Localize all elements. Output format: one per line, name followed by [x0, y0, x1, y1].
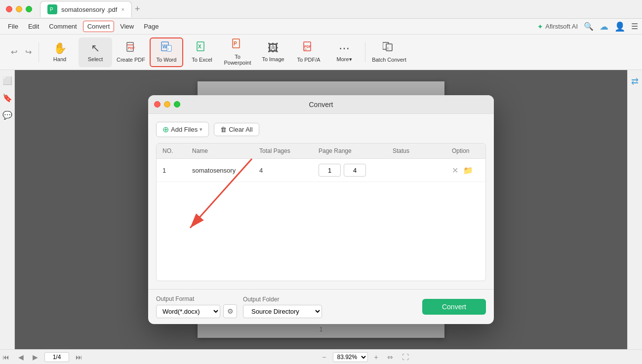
right-sidebar: ⇄ — [627, 70, 642, 349]
user-icon[interactable]: 👤 — [614, 21, 625, 32]
toolbar-separator — [39, 42, 39, 62]
tab-close-icon[interactable]: × — [121, 6, 124, 12]
menu-convert[interactable]: Convert — [83, 21, 115, 32]
dialog-traffic-lights — [154, 101, 180, 108]
to-powerpoint-label: To Powerpoint — [221, 54, 254, 66]
format-select[interactable]: Word(*.docx) Word(*.doc) RTF TXT — [156, 305, 220, 318]
page-range-inputs — [319, 164, 381, 177]
col-name: Name — [186, 144, 253, 158]
menu-comment[interactable]: Comment — [45, 21, 80, 32]
gear-icon: ⚙ — [227, 307, 234, 315]
format-settings-button[interactable]: ⚙ — [223, 304, 237, 318]
menu-view[interactable]: View — [116, 21, 138, 32]
dialog-footer: Output Format Word(*.docx) Word(*.doc) R… — [148, 289, 494, 324]
batch-convert-button[interactable]: ≡ Batch Convert — [369, 37, 409, 67]
minimize-button[interactable] — [16, 6, 22, 12]
to-excel-icon: X — [197, 41, 207, 55]
menu-file[interactable]: File — [4, 21, 22, 32]
to-powerpoint-icon: P — [232, 38, 243, 52]
select-label: Select — [88, 56, 103, 62]
add-files-button[interactable]: ⊕ Add Files ▾ — [156, 122, 209, 137]
fit-page-button[interactable]: ⛶ — [400, 352, 411, 362]
folder-row-icon[interactable]: 📁 — [463, 166, 473, 175]
table-header: NO. Name Total Pages Page Range Status O… — [157, 144, 485, 159]
to-image-button[interactable]: 🖼 To Image — [256, 37, 290, 67]
format-row: Word(*.docx) Word(*.doc) RTF TXT ⚙ — [156, 304, 237, 318]
to-powerpoint-button[interactable]: P To Powerpoint — [221, 37, 254, 67]
more-label: More▾ — [336, 56, 352, 63]
clear-all-button[interactable]: 🗑 Clear All — [214, 123, 259, 136]
convert-table: NO. Name Total Pages Page Range Status O… — [156, 143, 486, 281]
first-page-button[interactable]: ⏮ — [0, 352, 12, 362]
sidebar-translate-icon[interactable]: ⇄ — [631, 76, 639, 87]
convert-dialog: Convert ⊕ Add Files ▾ 🗑 Clear All — [148, 95, 494, 324]
create-pdf-button[interactable]: PDF Create PDF — [114, 37, 148, 67]
to-excel-label: To Excel — [192, 57, 212, 63]
zoom-select[interactable]: 83.92% 50% 75% 100% 125% 150% — [333, 352, 368, 362]
create-pdf-icon: PDF — [125, 42, 136, 55]
to-image-icon: 🖼 — [268, 42, 279, 55]
ai-label: Afirstsoft AI — [545, 23, 578, 30]
table-row: 1 somatosensory 4 — [157, 159, 485, 182]
svg-text:P: P — [50, 7, 53, 12]
dialog-toolbar: ⊕ Add Files ▾ 🗑 Clear All — [156, 122, 486, 137]
output-format-section: Output Format Word(*.docx) Word(*.doc) R… — [156, 295, 237, 318]
to-pdfa-label: To PDF/A — [297, 57, 320, 63]
cloud-icon[interactable]: ☁ — [600, 21, 608, 32]
active-tab[interactable]: P somatosensory .pdf × — [40, 1, 132, 17]
zoom-in-button[interactable]: + — [372, 352, 381, 362]
to-excel-button[interactable]: X To Excel — [185, 37, 219, 67]
svg-text:/A: /A — [304, 48, 307, 51]
sidebar-comment-icon[interactable]: 💬 — [2, 110, 12, 120]
last-page-button[interactable]: ⏭ — [73, 352, 85, 362]
dialog-close-button[interactable] — [154, 101, 160, 108]
hand-label: Hand — [53, 56, 66, 62]
to-pdfa-button[interactable]: PDF/A To PDF/A — [292, 37, 325, 67]
page-range-from[interactable] — [319, 164, 341, 177]
zoom-out-button[interactable]: − — [320, 352, 328, 362]
svg-text:PDF: PDF — [128, 46, 135, 50]
menu-page[interactable]: Page — [140, 21, 162, 32]
new-tab-button[interactable]: + — [135, 4, 140, 14]
dialog-title: Convert — [309, 101, 333, 109]
sidebar-pages-icon[interactable]: ⬜ — [2, 76, 12, 85]
next-page-button[interactable]: ▶ — [30, 352, 40, 362]
folder-select[interactable]: Source Directory Custom... — [243, 305, 322, 318]
row-total-pages: 4 — [253, 162, 313, 179]
fit-width-button[interactable]: ⇔ — [385, 352, 396, 362]
menu-edit[interactable]: Edit — [24, 21, 43, 32]
sidebar-bookmark-icon[interactable]: 🔖 — [2, 93, 12, 103]
delete-row-icon[interactable]: ✕ — [452, 166, 458, 175]
convert-button[interactable]: Convert — [422, 299, 486, 315]
menu-icon[interactable]: ☰ — [631, 22, 638, 31]
more-button[interactable]: ⋯ More▾ — [327, 37, 361, 67]
tab-bar: P somatosensory .pdf × + — [40, 1, 140, 17]
dialog-maximize-button[interactable] — [174, 101, 180, 108]
pdf-viewer: 1 Convert — [15, 70, 627, 349]
to-word-button[interactable]: W≡ To Word — [150, 37, 183, 67]
redo-button[interactable]: ↪ — [22, 45, 35, 59]
col-status: Status — [387, 144, 446, 158]
search-icon[interactable]: 🔍 — [584, 22, 594, 31]
create-pdf-label: Create PDF — [117, 57, 145, 63]
add-files-dropdown-icon: ▾ — [200, 126, 202, 133]
hand-button[interactable]: ✋ Hand — [43, 37, 77, 67]
modal-overlay: Convert ⊕ Add Files ▾ 🗑 Clear All — [15, 70, 627, 349]
add-files-label: Add Files — [171, 126, 198, 133]
col-no: NO. — [157, 144, 186, 158]
maximize-button[interactable] — [26, 6, 32, 12]
hand-icon: ✋ — [53, 42, 67, 55]
undo-button[interactable]: ↩ — [8, 45, 20, 59]
col-page-range: Page Range — [313, 144, 387, 158]
ai-badge[interactable]: ✦ Afirstsoft AI — [537, 23, 578, 31]
dialog-minimize-button[interactable] — [164, 101, 170, 108]
page-range-to[interactable] — [344, 164, 366, 177]
dialog-title-bar: Convert — [148, 95, 494, 114]
to-image-label: To Image — [262, 56, 284, 62]
select-button[interactable]: ↖ Select — [79, 37, 112, 67]
close-button[interactable] — [6, 6, 12, 12]
prev-page-button[interactable]: ◀ — [16, 352, 26, 362]
dialog-body: ⊕ Add Files ▾ 🗑 Clear All NO. — [148, 114, 494, 289]
clear-all-label: Clear All — [229, 126, 252, 133]
page-input[interactable] — [44, 352, 69, 362]
